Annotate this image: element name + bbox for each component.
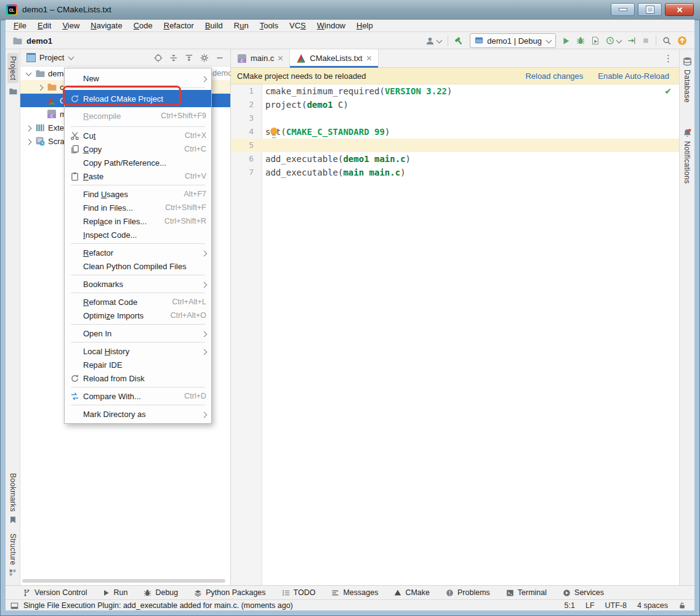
menu-item-new[interactable]: New bbox=[65, 71, 211, 86]
build-button[interactable] bbox=[454, 36, 464, 46]
chevron-right-icon[interactable] bbox=[37, 84, 42, 90]
intention-bulb-icon[interactable] bbox=[270, 128, 278, 135]
menu-refactor[interactable]: Refactor bbox=[158, 20, 199, 32]
tool-window-terminal[interactable]: Terminal bbox=[506, 588, 547, 597]
menu-item-clean-python-compiled-files[interactable]: Clean Python Compiled Files bbox=[65, 259, 211, 273]
menu-edit[interactable]: Edit bbox=[32, 20, 57, 32]
tool-stripe-structure[interactable]: Structure bbox=[6, 533, 20, 577]
chevron-right-icon[interactable] bbox=[25, 138, 31, 144]
menu-item-copy-path-reference[interactable]: Copy Path/Reference... bbox=[65, 156, 211, 169]
chevron-down-icon[interactable] bbox=[68, 55, 73, 60]
right-tool-stripe: Database Notifications bbox=[679, 49, 694, 585]
menu-help[interactable]: Help bbox=[351, 20, 379, 32]
users-menu-button[interactable] bbox=[425, 36, 441, 46]
cmake-icon bbox=[296, 54, 306, 63]
toolbar-project-name[interactable]: demo1 bbox=[26, 36, 52, 46]
run-configuration-select[interactable]: demo1 | Debug bbox=[470, 33, 556, 48]
tool-window-todo[interactable]: TODO bbox=[282, 588, 316, 597]
debug-button[interactable] bbox=[576, 36, 585, 45]
indent-setting[interactable]: 4 spaces bbox=[637, 601, 668, 610]
menu-build[interactable]: Build bbox=[199, 20, 228, 32]
left-tool-stripe: Project Bookmarks Structure bbox=[6, 49, 20, 585]
caret-position[interactable]: 5:1 bbox=[565, 601, 575, 610]
reload-changes-link[interactable]: Reload changes bbox=[525, 71, 583, 81]
menu-window[interactable]: Window bbox=[312, 20, 351, 32]
editor-options-kebab-icon[interactable]: ⋮ bbox=[664, 49, 673, 68]
run-button[interactable] bbox=[562, 37, 570, 45]
menu-code[interactable]: Code bbox=[128, 20, 158, 32]
menu-run[interactable]: Run bbox=[228, 20, 254, 32]
settings-icon[interactable] bbox=[200, 54, 209, 62]
file-encoding[interactable]: UTF-8 bbox=[605, 601, 627, 610]
menu-item-find-in-files[interactable]: Find in Files...Ctrl+Shift+F bbox=[65, 201, 211, 214]
menu-item-mark-directory-as[interactable]: Mark Directory as bbox=[65, 407, 211, 421]
code-line-5[interactable]: 5 bbox=[231, 139, 679, 152]
collapse-all-icon[interactable] bbox=[169, 54, 178, 62]
tool-stripe-database[interactable]: Database bbox=[680, 57, 694, 103]
tab-main-c[interactable]: c main.c bbox=[231, 49, 290, 67]
tab-cmakelists-txt[interactable]: CMakeLists.txt bbox=[290, 49, 378, 67]
menu-item-repair-ide[interactable]: Repair IDE bbox=[65, 358, 211, 371]
inspection-ok-icon[interactable]: ✔ bbox=[664, 86, 672, 96]
lock-icon[interactable] bbox=[678, 602, 686, 609]
menu-item-paste[interactable]: PasteCtrl+V bbox=[65, 169, 211, 183]
tool-stripe-notifications[interactable]: Notifications bbox=[680, 128, 694, 184]
chevron-down-icon[interactable] bbox=[25, 71, 31, 76]
coverage-button[interactable] bbox=[591, 36, 600, 45]
code-line-2[interactable]: 2project(demo1 C) bbox=[231, 98, 679, 111]
enable-auto-reload-link[interactable]: Enable Auto-Reload bbox=[598, 71, 669, 81]
project-panel-title[interactable]: Project bbox=[39, 53, 64, 62]
code-line-7[interactable]: 7add_executable(main main.c) bbox=[231, 166, 679, 179]
menu-vcs[interactable]: VCS bbox=[284, 20, 312, 32]
search-everywhere-button[interactable] bbox=[662, 36, 671, 45]
tool-stripe-bookmarks[interactable]: Bookmarks bbox=[6, 473, 20, 524]
profiler-button[interactable] bbox=[606, 36, 621, 45]
menu-item-label: Repair IDE bbox=[83, 360, 206, 370]
menu-item-bookmarks[interactable]: Bookmarks bbox=[65, 277, 211, 291]
menu-item-reload-from-disk[interactable]: Reload from Disk bbox=[65, 371, 211, 385]
line-ending[interactable]: LF bbox=[585, 601, 595, 610]
tool-window-services[interactable]: Services bbox=[563, 588, 604, 597]
code-editor[interactable]: 1cmake_minimum_required(VERSION 3.22)2pr… bbox=[231, 84, 679, 585]
chevron-right-icon[interactable] bbox=[25, 124, 31, 131]
tool-window-messages[interactable]: Messages bbox=[331, 588, 378, 597]
tool-stripe-project[interactable]: Project bbox=[6, 53, 20, 95]
menu-navigate[interactable]: Navigate bbox=[85, 20, 127, 32]
menu-item-copy[interactable]: CopyCtrl+C bbox=[65, 142, 211, 156]
close-tab-icon[interactable] bbox=[278, 55, 283, 61]
menu-item-find-usages[interactable]: Find UsagesAlt+F7 bbox=[65, 187, 211, 201]
tool-window-debug[interactable]: Debug bbox=[143, 588, 178, 597]
minimize-button[interactable] bbox=[611, 3, 635, 16]
menu-item-compare-with[interactable]: Compare With...Ctrl+D bbox=[65, 389, 211, 403]
code-line-1[interactable]: 1cmake_minimum_required(VERSION 3.22) bbox=[231, 84, 679, 98]
tool-window-python-packages[interactable]: Python Packages bbox=[194, 588, 265, 597]
tool-window-version-control[interactable]: Version Control bbox=[23, 588, 87, 597]
menu-item-local-history[interactable]: Local History bbox=[65, 344, 211, 358]
menu-item-reformat-code[interactable]: Reformat CodeCtrl+Alt+L bbox=[65, 295, 211, 309]
expand-all-icon[interactable] bbox=[185, 54, 193, 62]
menu-item-replace-in-files[interactable]: Replace in Files...Ctrl+Shift+R bbox=[65, 214, 211, 228]
restore-button[interactable] bbox=[638, 3, 662, 16]
menu-item-cut[interactable]: CutCtrl+X bbox=[65, 129, 211, 142]
code-line-4[interactable]: 4set(CMAKE_C_STANDARD 99) bbox=[231, 125, 679, 139]
menu-item-inspect-code[interactable]: Inspect Code... bbox=[65, 228, 211, 241]
tool-window-problems[interactable]: Problems bbox=[446, 588, 490, 597]
code-line-6[interactable]: 6add_executable(demo1 main.c) bbox=[231, 152, 679, 166]
code-line-3[interactable]: 3 bbox=[231, 111, 679, 125]
attach-to-process-button[interactable] bbox=[627, 36, 636, 45]
tool-window-cmake[interactable]: CMake bbox=[394, 588, 430, 597]
menu-view[interactable]: View bbox=[57, 20, 85, 32]
hide-panel-icon[interactable] bbox=[215, 54, 224, 62]
menu-item-optimize-imports[interactable]: Optimize ImportsCtrl+Alt+O bbox=[65, 309, 211, 322]
menu-item-refactor[interactable]: Refactor bbox=[65, 246, 211, 259]
locate-icon[interactable] bbox=[154, 54, 163, 62]
menu-file[interactable]: File bbox=[8, 20, 32, 32]
tool-window-toggle-icon[interactable] bbox=[10, 602, 18, 610]
horizontal-scrollbar[interactable] bbox=[22, 579, 225, 583]
update-button[interactable] bbox=[677, 36, 687, 46]
menu-item-open-in[interactable]: Open In bbox=[65, 326, 211, 340]
tool-window-run[interactable]: Run bbox=[103, 588, 127, 597]
close-button[interactable] bbox=[665, 3, 694, 16]
menu-tools[interactable]: Tools bbox=[254, 20, 284, 32]
close-tab-icon[interactable] bbox=[366, 55, 372, 61]
